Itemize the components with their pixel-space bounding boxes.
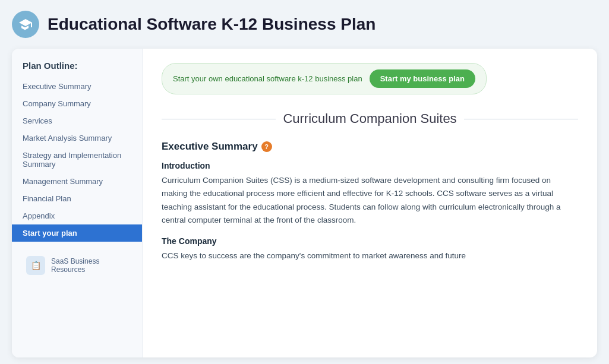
section-divider-right <box>464 119 578 119</box>
sidebar-nav: Executive Summary Company Summary Servic… <box>12 78 142 242</box>
sidebar-item-services[interactable]: Services <box>12 112 142 129</box>
executive-summary-heading: Executive Summary ? <box>162 141 578 153</box>
sidebar-item-management[interactable]: Management Summary <box>12 173 142 190</box>
intro-section: Introduction Curriculum Companion Suites… <box>162 161 578 227</box>
executive-summary-title: Executive Summary <box>162 141 258 153</box>
company-text: CCS keys to success are the company's co… <box>162 249 578 262</box>
page-header: Educational Software K-12 Business Plan <box>12 11 597 38</box>
cta-banner: Start your own educational software k-12… <box>162 63 487 94</box>
section-title-area: Curriculum Companion Suites <box>162 111 578 126</box>
cta-banner-text: Start your own educational software k-12… <box>173 74 362 83</box>
sidebar-item-executive-summary[interactable]: Executive Summary <box>12 78 142 95</box>
page-title: Educational Software K-12 Business Plan <box>48 15 376 34</box>
sidebar-item-market-analysis[interactable]: Market Analysis Summary <box>12 129 142 147</box>
sidebar-item-financial[interactable]: Financial Plan <box>12 190 142 207</box>
start-business-plan-button[interactable]: Start my business plan <box>370 69 475 88</box>
sidebar-resources: 📋 SaaS Business Resources <box>12 251 142 280</box>
section-main-title: Curriculum Companion Suites <box>283 111 456 126</box>
sidebar: Plan Outline: Executive Summary Company … <box>12 49 143 357</box>
resources-label: SaaS Business Resources <box>51 257 128 274</box>
content-area: Start your own educational software k-12… <box>143 49 597 357</box>
sidebar-outline-title: Plan Outline: <box>12 61 142 78</box>
help-icon[interactable]: ? <box>261 141 272 152</box>
resources-icon: 📋 <box>26 256 45 275</box>
intro-heading: Introduction <box>162 161 578 170</box>
sidebar-item-start-plan[interactable]: Start your plan <box>12 224 142 242</box>
company-heading: The Company <box>162 236 578 246</box>
header-icon <box>12 11 39 38</box>
sidebar-item-appendix[interactable]: Appendix <box>12 207 142 224</box>
resources-item[interactable]: 📋 SaaS Business Resources <box>20 251 134 280</box>
sidebar-item-company-summary[interactable]: Company Summary <box>12 95 142 112</box>
section-divider-left <box>162 119 276 119</box>
sidebar-item-strategy[interactable]: Strategy and Implementation Summary <box>12 147 142 173</box>
graduation-cap-icon <box>18 17 33 31</box>
company-section: The Company CCS keys to success are the … <box>162 236 578 262</box>
intro-text: Curriculum Companion Suites (CSS) is a m… <box>162 174 578 227</box>
main-layout: Plan Outline: Executive Summary Company … <box>12 49 597 357</box>
